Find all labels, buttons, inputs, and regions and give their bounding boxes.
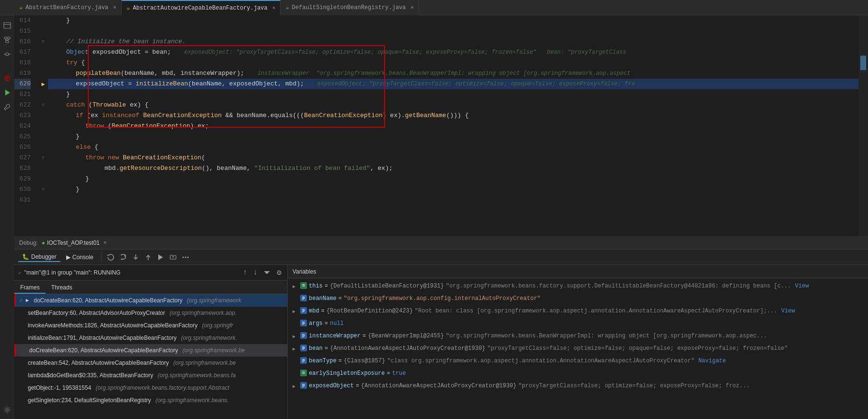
tab-label-1: AbstractBeanFactory.java bbox=[25, 4, 108, 11]
gutter-627: ▽ bbox=[38, 153, 48, 163]
var-expand-args[interactable] bbox=[293, 320, 298, 329]
tab-abstract-bean-factory[interactable]: ☕ AbstractBeanFactory.java × bbox=[14, 0, 122, 15]
filter-btn[interactable]: ⏷ bbox=[261, 267, 273, 278]
var-icon-ese: o bbox=[300, 370, 307, 376]
run-icon[interactable] bbox=[2, 87, 12, 98]
var-eq-eo: = bbox=[356, 381, 359, 391]
tools-icon[interactable] bbox=[2, 102, 12, 112]
more-btn[interactable] bbox=[180, 252, 191, 263]
tab-default-singleton[interactable]: ☕ DefaultSingletonBeanRegistry.java × bbox=[281, 0, 419, 15]
right-minimap bbox=[858, 15, 868, 236]
nav-up-btn[interactable]: ↑ bbox=[241, 267, 249, 278]
debug-session: ● IOCTest_AOP.test01 bbox=[42, 239, 100, 246]
variables-list[interactable]: ▶ o this = {DefaultListableBeanFactory@1… bbox=[288, 278, 868, 419]
var-eq-args: = bbox=[325, 319, 328, 328]
frame-item-5[interactable]: doCreateBean:620, AbstractAutowireCapabl… bbox=[14, 344, 287, 357]
var-expand-ese[interactable] bbox=[293, 370, 298, 379]
debug-session-close[interactable]: × bbox=[104, 240, 107, 246]
commit-icon[interactable] bbox=[2, 49, 12, 60]
frame-item-9[interactable]: getSingleton:234, DefaultSingletonBeanRe… bbox=[14, 394, 287, 407]
frame-class-1: (org.springframework bbox=[185, 296, 241, 305]
frames-tabs: Frames Threads bbox=[14, 281, 287, 294]
var-name-eo: exposedObject bbox=[309, 381, 354, 391]
code-line-624: throw (BeanCreationException) ex; bbox=[48, 121, 868, 132]
svg-marker-14 bbox=[5, 90, 10, 96]
frame-method-6: createBean:542, AbstractAutowireCapableB… bbox=[28, 358, 169, 368]
project-icon[interactable] bbox=[2, 20, 12, 31]
console-btn[interactable]: ▶ Console bbox=[62, 253, 97, 262]
var-bean[interactable]: ▶ p bean = {AnnotationAwareAspectJAutoPr… bbox=[288, 343, 868, 355]
var-extra-this: "org.springframework.beans.factory.suppo… bbox=[446, 281, 791, 291]
tab-close-1[interactable]: × bbox=[113, 5, 117, 11]
var-expand-this[interactable]: ▶ bbox=[293, 282, 298, 292]
step-into-btn[interactable] bbox=[130, 252, 141, 263]
run-check: ✓ bbox=[18, 270, 22, 276]
threads-tab[interactable]: Threads bbox=[46, 281, 78, 294]
nav-down-btn[interactable]: ↓ bbox=[251, 267, 260, 278]
rerun-btn[interactable] bbox=[106, 252, 116, 263]
var-name-beanname: beanName bbox=[309, 294, 337, 303]
var-earlysingletonexposure[interactable]: o earlySingletonExposure = true bbox=[288, 368, 868, 380]
debug-label: Debug: bbox=[19, 239, 38, 246]
var-expand-bean[interactable]: ▶ bbox=[293, 345, 298, 354]
frame-item-1[interactable]: ✓ ▶ doCreateBean:620, AbstractAutowireCa… bbox=[14, 294, 287, 307]
debug-sidebar-icon[interactable] bbox=[2, 73, 12, 84]
frame-item-6[interactable]: createBean:542, AbstractAutowireCapableB… bbox=[14, 357, 287, 369]
code-line-623: if (ex instanceof BeanCreationException … bbox=[48, 110, 868, 121]
gutter-622: ▽ bbox=[38, 100, 48, 110]
run-to-cursor-btn[interactable] bbox=[155, 252, 166, 263]
var-expand-beantype[interactable] bbox=[293, 357, 298, 367]
var-eq-iw: = bbox=[363, 331, 366, 341]
step-over-btn[interactable] bbox=[118, 252, 129, 263]
debugger-btn[interactable]: 🐛 Debugger bbox=[18, 252, 60, 262]
frame-item-4[interactable]: initializeBean:1791, AbstractAutowireCap… bbox=[14, 332, 287, 344]
frame-item-7[interactable]: lambda$doGetBean$0:335, AbstractBeanFact… bbox=[14, 369, 287, 382]
frame-class-6: (org.springframework.be bbox=[172, 358, 235, 368]
var-icon-this: o bbox=[300, 282, 307, 289]
frame-check-1: ✓ bbox=[20, 296, 23, 305]
svg-point-15 bbox=[6, 409, 9, 411]
var-expand-mbd[interactable]: ▶ bbox=[293, 307, 298, 317]
var-eq-mbd: = bbox=[321, 306, 325, 316]
var-navigate-beantype[interactable]: Navigate bbox=[698, 356, 726, 366]
tab-close-2[interactable]: × bbox=[272, 5, 276, 11]
frame-item-8[interactable]: getObject:-1, 195381554 (org.springframe… bbox=[14, 382, 287, 394]
evaluate-btn[interactable] bbox=[168, 252, 178, 263]
console-label: Console bbox=[72, 254, 94, 261]
var-mbd[interactable]: ▶ p mbd = {RootBeanDefinition@2423} "Roo… bbox=[288, 305, 868, 318]
var-icon-mbd: p bbox=[300, 307, 307, 314]
var-instancewrapper[interactable]: ▶ p instanceWrapper = {BeanWrapperImpl@2… bbox=[288, 330, 868, 343]
var-expand-iw[interactable]: ▶ bbox=[293, 332, 298, 342]
frames-tab[interactable]: Frames bbox=[14, 281, 46, 294]
gutter-614 bbox=[38, 15, 48, 26]
var-args[interactable]: p args = null bbox=[288, 318, 868, 330]
debugger-panel: Debug: ● IOCTest_AOP.test01 × 🐛 Debugger… bbox=[14, 236, 868, 419]
settings-icon[interactable] bbox=[2, 405, 12, 415]
frame-class-5: (org.springframework.be bbox=[181, 346, 245, 355]
var-expand-eo[interactable]: ▶ bbox=[293, 382, 298, 392]
tab-icon-1: ☕ bbox=[19, 4, 23, 11]
gutter-620: ▶ bbox=[38, 79, 48, 89]
frame-item-2[interactable]: setBeanFactory:60, AbstractAdvisorAutoPr… bbox=[14, 307, 287, 319]
code-editor[interactable]: } // Initialize the bean instance. Objec… bbox=[48, 15, 868, 236]
var-name-args: args bbox=[309, 319, 323, 328]
svg-rect-2 bbox=[4, 37, 7, 39]
var-view-mbd[interactable]: View bbox=[781, 306, 795, 316]
step-out-btn[interactable] bbox=[143, 252, 153, 263]
structure-icon[interactable] bbox=[2, 35, 12, 45]
frames-list[interactable]: ✓ ▶ doCreateBean:620, AbstractAutowireCa… bbox=[14, 294, 287, 419]
settings-btn[interactable]: ⚙ bbox=[275, 267, 283, 278]
var-name-iw: instanceWrapper bbox=[309, 331, 361, 341]
var-exposedobject[interactable]: ▶ p exposedObject = {AnnotationAwareAspe… bbox=[288, 380, 868, 393]
var-this[interactable]: ▶ o this = {DefaultListableBeanFactory@1… bbox=[288, 280, 868, 293]
var-beantype[interactable]: p beanType = {Class@1857} "class org.spr… bbox=[288, 355, 868, 368]
tab-close-3[interactable]: × bbox=[411, 5, 414, 11]
var-view-this[interactable]: View bbox=[795, 281, 809, 291]
tab-abstract-autowire[interactable]: ☕ AbstractAutowireCapableBeanFactory.jav… bbox=[122, 0, 281, 15]
frame-method-3: invokeAwareMethods:1826, AbstractAutowir… bbox=[28, 321, 198, 330]
var-beanname[interactable]: p beanName = "org.springframework.aop.co… bbox=[288, 293, 868, 305]
code-line-627: throw new BeanCreationException( bbox=[48, 153, 868, 163]
gutter-615 bbox=[38, 26, 48, 36]
var-expand-beanname[interactable] bbox=[293, 295, 298, 304]
frame-item-3[interactable]: invokeAwareMethods:1826, AbstractAutowir… bbox=[14, 319, 287, 332]
